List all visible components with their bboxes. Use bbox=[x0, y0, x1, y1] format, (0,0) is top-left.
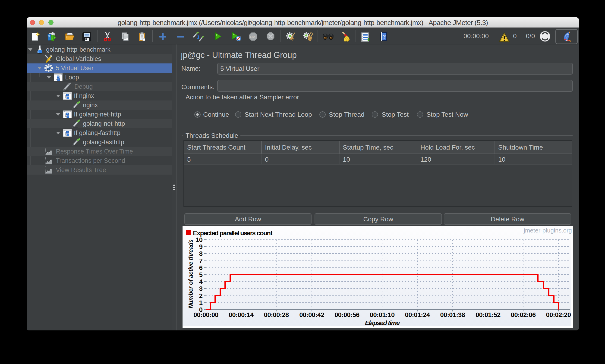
svg-text:2: 2 bbox=[199, 292, 203, 299]
svg-text:00:00:42: 00:00:42 bbox=[299, 311, 324, 318]
svg-text:6: 6 bbox=[199, 264, 203, 271]
svg-text:?: ? bbox=[382, 34, 386, 40]
svg-text:9: 9 bbox=[199, 243, 203, 250]
svg-text:7: 7 bbox=[199, 257, 203, 264]
svg-text:00:02:06: 00:02:06 bbox=[511, 311, 536, 318]
svg-text:Expected parallel users count: Expected parallel users count bbox=[193, 230, 272, 237]
svg-text:00:01:10: 00:01:10 bbox=[370, 311, 395, 318]
svg-text:jmeter-plugins.org: jmeter-plugins.org bbox=[524, 227, 572, 234]
svg-text:Elapsed time: Elapsed time bbox=[365, 319, 400, 326]
svg-text:00:00:00: 00:00:00 bbox=[193, 311, 218, 318]
svg-text:3: 3 bbox=[199, 285, 203, 292]
svg-text:Number of active threads: Number of active threads bbox=[187, 239, 194, 308]
svg-text:STOP: STOP bbox=[250, 36, 256, 38]
svg-text:8: 8 bbox=[199, 250, 203, 257]
svg-text:00:01:24: 00:01:24 bbox=[405, 311, 430, 318]
svg-text:1: 1 bbox=[199, 299, 203, 306]
svg-text:00:01:52: 00:01:52 bbox=[475, 311, 500, 318]
svg-text:00:01:38: 00:01:38 bbox=[440, 311, 465, 318]
svg-text:5: 5 bbox=[199, 271, 203, 278]
svg-text:00:00:56: 00:00:56 bbox=[334, 311, 359, 318]
svg-text:10: 10 bbox=[196, 236, 203, 243]
svg-text:00:02:20: 00:02:20 bbox=[546, 311, 571, 318]
svg-text:00:00:14: 00:00:14 bbox=[229, 311, 254, 318]
svg-text:4: 4 bbox=[199, 278, 203, 285]
svg-text:00:00:28: 00:00:28 bbox=[264, 311, 289, 318]
